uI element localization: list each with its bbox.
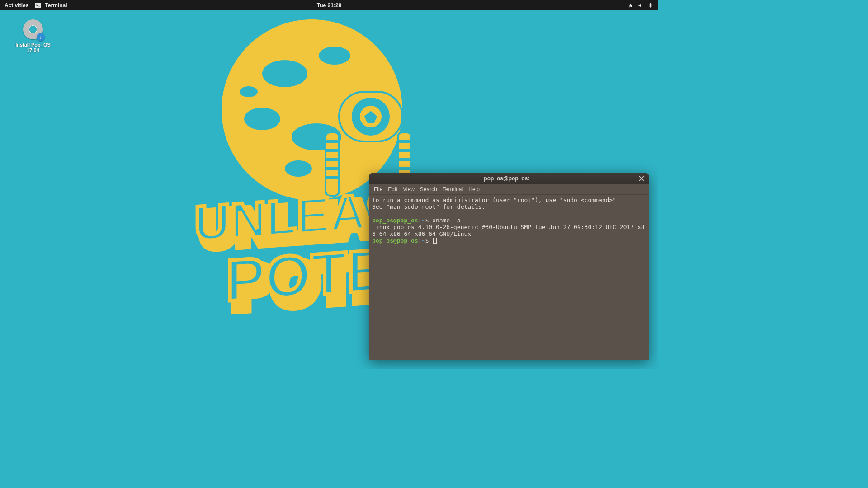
terminal-window[interactable]: pop_os@pop_os: ~ File Edit View Search T… [369,173,649,360]
prompt2-user: pop_os@pop_os [372,237,418,244]
active-app-label: Terminal [45,2,67,9]
installer-label-line2: 17.04 [13,47,53,53]
entered-command: uname -a [432,217,461,224]
motd-line1: To run a command as administrator (user … [372,197,620,203]
svg-point-10 [285,160,312,177]
menu-terminal[interactable]: Terminal [443,186,463,192]
prompt-user: pop_os@pop_os [372,217,418,224]
input-source-icon [627,2,634,9]
svg-rect-11 [339,92,402,141]
install-popos-launcher[interactable]: ↓ Install Pop_OS 17.04 [13,19,53,53]
svg-point-9 [240,86,258,97]
svg-point-7 [292,123,341,150]
terminal-cursor[interactable] [433,238,437,244]
system-tray[interactable] [627,2,658,9]
menu-edit[interactable]: Edit [388,186,397,192]
svg-point-6 [244,108,280,130]
clock[interactable]: Tue 21:29 [317,2,341,9]
terminal-menubar: File Edit View Search Terminal Help [369,184,649,195]
svg-rect-1 [650,3,652,7]
active-app-indicator[interactable]: >_ Terminal [35,2,67,9]
svg-point-5 [319,47,350,65]
top-bar: Activities >_ Terminal Tue 21:29 [0,0,658,10]
terminal-viewport[interactable]: To run a command as administrator (user … [369,195,649,360]
prompt-sep: : [418,217,422,224]
terminal-titlebar[interactable]: pop_os@pop_os: ~ [369,173,649,184]
menu-search[interactable]: Search [420,186,437,192]
download-badge-icon: ↓ [37,33,45,41]
activities-button[interactable]: Activities [5,2,28,9]
prompt2-symbol: $ [425,237,429,244]
motd-line2: See "man sudo_root" for details. [372,203,485,210]
window-close-button[interactable] [638,175,645,182]
terminal-title: pop_os@pop_os: ~ [484,175,534,182]
menu-view[interactable]: View [403,186,415,192]
svg-point-13 [359,105,382,128]
svg-point-12 [353,99,389,135]
svg-rect-14 [326,132,339,196]
command-output: Linux pop_os 4.10.0-26-generic #30-Ubunt… [372,224,645,237]
installer-label-line1: Install Pop_OS [13,42,53,47]
battery-icon [647,2,654,9]
prompt2-sep: : [418,237,422,244]
desktop[interactable]: UNLEASH UNLEASH POTEN POTEN ↓ Install Po… [0,10,658,369]
svg-marker-0 [629,3,633,7]
terminal-icon: >_ [35,2,41,9]
prompt-symbol: $ [425,217,429,224]
close-icon [638,175,645,182]
installer-disc-icon: ↓ [23,19,43,39]
svg-point-4 [262,60,307,87]
menu-help[interactable]: Help [468,186,480,192]
volume-icon [637,2,644,9]
svg-point-8 [341,99,364,112]
menu-file[interactable]: File [374,186,382,192]
svg-rect-2 [650,3,651,4]
